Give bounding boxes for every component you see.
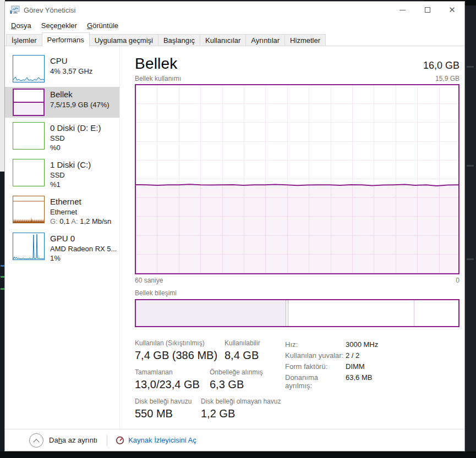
disk1-sparkline — [13, 159, 45, 186]
page-title: Bellek — [135, 55, 177, 73]
minimize-button[interactable] — [390, 2, 415, 18]
detail-value-hw-reserved: 63,6 MB — [346, 373, 372, 390]
sidebar-item-cpu[interactable]: CPU 4% 3,57 GHz — [5, 53, 119, 84]
sidebar-item-disk1[interactable]: 1 Diski (C:) SSD %1 — [5, 157, 119, 191]
performance-content: CPU 4% 3,57 GHz Bellek 7,5/15,9 GB (47%)… — [5, 46, 464, 429]
task-manager-app-icon — [10, 5, 20, 14]
x-axis-left-label: 60 saniye — [135, 277, 163, 284]
tab-services[interactable]: Hizmetler — [284, 34, 326, 46]
ethernet-sparkline — [13, 196, 45, 223]
fewer-details-button[interactable]: Daha az ayrıntı — [29, 433, 97, 448]
tab-details[interactable]: Ayrıntılar — [245, 34, 285, 46]
disk0-type: SSD — [50, 134, 101, 143]
close-button[interactable]: ✕ — [440, 2, 464, 18]
cpu-title: CPU — [50, 56, 92, 67]
task-manager-window: Görev Yöneticisi ✕ Dosya Seçenekler Görü… — [4, 1, 465, 451]
window-title: Görev Yöneticisi — [24, 6, 75, 14]
disk1-title: 1 Diski (C:) — [50, 159, 91, 170]
composition-segment-free — [414, 300, 458, 326]
footer-bar: Daha az ayrıntı Kaynak İzleyicisini Aç — [5, 429, 464, 451]
background-speck — [1, 276, 4, 278]
menu-options[interactable]: Seçenekler — [36, 20, 82, 31]
menu-bar: Dosya Seçenekler Görüntüle — [5, 18, 464, 32]
memory-usage: 7,5/15,9 GB (47%) — [50, 100, 110, 109]
sidebar-item-gpu[interactable]: GPU 0 AMD Radeon RX 5... 1% — [5, 231, 119, 265]
stat-value-available: 8,4 GB — [225, 349, 260, 362]
cpu-usage: 4% 3,57 GHz — [50, 67, 92, 76]
stat-value-cached: 6,3 GB — [210, 378, 263, 391]
tab-app-history[interactable]: Uygulama geçmişi — [89, 34, 158, 46]
memory-title: Bellek — [50, 89, 110, 100]
background-bottom-dark — [0, 451, 476, 458]
tab-processes[interactable]: İşlemler — [6, 34, 42, 46]
footer-separator — [107, 435, 107, 446]
gpu-name: AMD Radeon RX 5... — [50, 244, 117, 253]
fewer-details-label: Daha az ayrıntı — [49, 436, 97, 444]
background-panel-dark — [465, 0, 476, 458]
close-icon: ✕ — [448, 6, 456, 14]
memory-sparkline — [13, 89, 45, 116]
disk1-type: SSD — [50, 170, 91, 180]
background-speck — [1, 288, 4, 290]
usage-chart-max: 15,9 GB — [435, 75, 459, 82]
maximize-button[interactable] — [415, 2, 440, 18]
background-speck — [1, 265, 4, 267]
cpu-sparkline — [13, 55, 45, 82]
composition-label: Bellek bileşimi — [135, 289, 459, 297]
memory-stats: Kullanılan (Sıkıştırılmış) 7,4 GB (386 M… — [135, 339, 459, 420]
composition-segment-standby — [288, 300, 414, 326]
minimize-icon — [400, 10, 406, 10]
memory-composition-bar[interactable] — [135, 299, 459, 327]
tab-startup[interactable]: Başlangıç — [158, 34, 200, 46]
ethernet-title: Ethernet — [50, 196, 111, 207]
ethernet-name: Ethernet — [50, 207, 111, 217]
sidebar-item-ethernet[interactable]: Ethernet Ethernet G: 0,1 A: 1,2 Mb/sn — [5, 194, 119, 228]
resource-monitor-icon — [116, 436, 124, 445]
sidebar-item-memory[interactable]: Bellek 7,5/15,9 GB (47%) — [5, 87, 119, 118]
menu-file[interactable]: Dosya — [6, 20, 36, 31]
disk0-usage: %0 — [50, 143, 101, 152]
maximize-icon — [425, 7, 430, 13]
performance-sidebar: CPU 4% 3,57 GHz Bellek 7,5/15,9 GB (47%)… — [5, 46, 120, 429]
memory-usage-chart[interactable] — [135, 84, 459, 274]
disk0-title: 0 Diski (D: E:) — [50, 123, 101, 134]
stat-label-cached: Önbelleğe alınmış — [210, 368, 263, 376]
gpu-usage: 1% — [50, 253, 117, 263]
stat-label-available: Kullanılabilir — [225, 339, 260, 347]
memory-hardware-details: Hız: 3000 MHz Kullanılan yuvalar: 2 / 2 … — [285, 340, 378, 393]
title-bar[interactable]: Görev Yöneticisi ✕ — [5, 2, 464, 18]
menu-view[interactable]: Görüntüle — [82, 20, 123, 31]
stat-label-committed: Tamamlanan — [135, 368, 210, 376]
detail-value-speed: 3000 MHz — [346, 340, 378, 349]
sidebar-item-disk0[interactable]: 0 Diski (D: E:) SSD %0 — [5, 120, 119, 154]
x-axis-right-label: 0 — [456, 277, 459, 284]
tab-users[interactable]: Kullanıcılar — [200, 34, 246, 46]
detail-value-slots: 2 / 2 — [346, 351, 359, 360]
detail-label-form-factor: Form faktörü: — [285, 362, 346, 371]
composition-segment-in-use — [136, 300, 286, 326]
chevron-up-icon — [29, 433, 43, 448]
gpu-sparkline — [13, 233, 45, 260]
detail-label-speed: Hız: — [285, 340, 346, 349]
stat-value-committed: 13,0/23,4 GB — [135, 378, 210, 391]
detail-value-form-factor: DIMM — [346, 362, 365, 371]
stat-value-paged-pool: 550 MB — [135, 407, 201, 420]
tab-strip: İşlemler Performans Uygulama geçmişi Baş… — [5, 32, 464, 46]
stat-label-used: Kullanılan (Sıkıştırılmış) — [135, 339, 225, 347]
gpu-title: GPU 0 — [50, 233, 117, 244]
detail-label-slots: Kullanılan yuvalar: — [285, 351, 346, 360]
open-resource-monitor-link[interactable]: Kaynak İzleyicisini Aç — [116, 436, 196, 445]
ethernet-throughput: G: 0,1 A: 1,2 Mb/sn — [50, 217, 111, 226]
memory-detail-panel: Bellek 16,0 GB Bellek kullanımı 15,9 GB … — [120, 46, 464, 429]
disk1-usage: %1 — [50, 180, 91, 189]
detail-label-hw-reserved: Donanıma ayrılmış: — [285, 373, 346, 390]
memory-capacity: 16,0 GB — [423, 60, 459, 71]
stat-label-paged-pool: Disk belleği havuzu — [135, 398, 201, 405]
tab-performance[interactable]: Performans — [42, 32, 90, 46]
stat-label-non-paged-pool: Disk belleği olmayan havuz — [201, 398, 281, 405]
disk0-sparkline — [13, 122, 45, 150]
stat-value-used: 7,4 GB (386 MB) — [135, 349, 225, 362]
usage-chart-label: Bellek kullanımı — [135, 75, 181, 82]
open-resource-monitor-label: Kaynak İzleyicisini Aç — [128, 436, 196, 444]
stat-value-non-paged-pool: 1,2 GB — [201, 407, 281, 420]
